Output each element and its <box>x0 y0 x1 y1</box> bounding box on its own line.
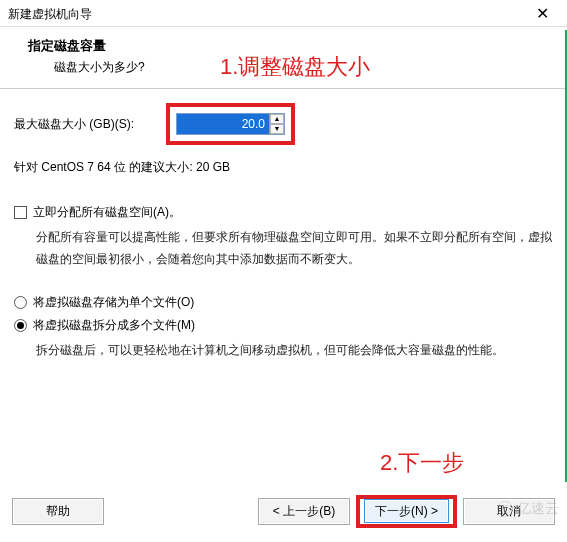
help-button[interactable]: 帮助 <box>12 498 104 525</box>
titlebar: 新建虚拟机向导 ✕ <box>0 0 567 27</box>
content-area: 最大磁盘大小 (GB)(S): ▲ ▼ 针对 CentOS 7 64 位 的建议… <box>0 103 567 362</box>
disk-size-row: 最大磁盘大小 (GB)(S): ▲ ▼ <box>14 103 553 145</box>
divider <box>0 88 567 89</box>
watermark: 亿 亿速云 <box>497 500 559 518</box>
back-button[interactable]: < 上一步(B) <box>258 498 350 525</box>
split-description: 拆分磁盘后，可以更轻松地在计算机之间移动虚拟机，但可能会降低大容量磁盘的性能。 <box>14 340 553 362</box>
spinner-buttons: ▲ ▼ <box>269 114 284 134</box>
spinner-up-icon[interactable]: ▲ <box>270 114 284 124</box>
radio-single-label: 将虚拟磁盘存储为单个文件(O) <box>33 294 194 311</box>
footer-buttons: 帮助 < 上一步(B) 下一步(N) > 取消 <box>0 495 567 528</box>
page-subtitle: 磁盘大小为多少? <box>28 59 549 76</box>
page-title: 指定磁盘容量 <box>28 37 549 55</box>
watermark-text: 亿速云 <box>517 500 559 518</box>
radio-split-icon[interactable] <box>14 319 27 332</box>
window-title: 新建虚拟机向导 <box>8 6 92 23</box>
recommended-size-text: 针对 CentOS 7 64 位 的建议大小: 20 GB <box>14 159 553 176</box>
spinner-down-icon[interactable]: ▼ <box>270 124 284 134</box>
highlight-frame-size: ▲ ▼ <box>166 103 295 145</box>
highlight-frame-next: 下一步(N) > <box>356 495 457 528</box>
allocate-description: 分配所有容量可以提高性能，但要求所有物理磁盘空间立即可用。如果不立即分配所有空间… <box>14 227 553 270</box>
radio-split-files[interactable]: 将虚拟磁盘拆分成多个文件(M) <box>14 317 553 334</box>
radio-split-label: 将虚拟磁盘拆分成多个文件(M) <box>33 317 195 334</box>
radio-single-icon[interactable] <box>14 296 27 309</box>
storage-radio-group: 将虚拟磁盘存储为单个文件(O) 将虚拟磁盘拆分成多个文件(M) 拆分磁盘后，可以… <box>14 294 553 362</box>
annotation-step2: 2.下一步 <box>380 448 464 478</box>
disk-size-spinner: ▲ ▼ <box>176 113 285 135</box>
allocate-checkbox-label: 立即分配所有磁盘空间(A)。 <box>33 204 181 221</box>
watermark-icon: 亿 <box>497 501 513 517</box>
disk-size-label: 最大磁盘大小 (GB)(S): <box>14 116 160 133</box>
close-icon[interactable]: ✕ <box>528 4 557 24</box>
wizard-header: 指定磁盘容量 磁盘大小为多少? <box>0 27 567 84</box>
next-button[interactable]: 下一步(N) > <box>364 499 449 523</box>
disk-size-input[interactable] <box>177 114 269 134</box>
allocate-checkbox-row[interactable]: 立即分配所有磁盘空间(A)。 <box>14 204 553 221</box>
allocate-block: 立即分配所有磁盘空间(A)。 分配所有容量可以提高性能，但要求所有物理磁盘空间立… <box>14 204 553 270</box>
radio-single-file[interactable]: 将虚拟磁盘存储为单个文件(O) <box>14 294 553 311</box>
allocate-checkbox[interactable] <box>14 206 27 219</box>
